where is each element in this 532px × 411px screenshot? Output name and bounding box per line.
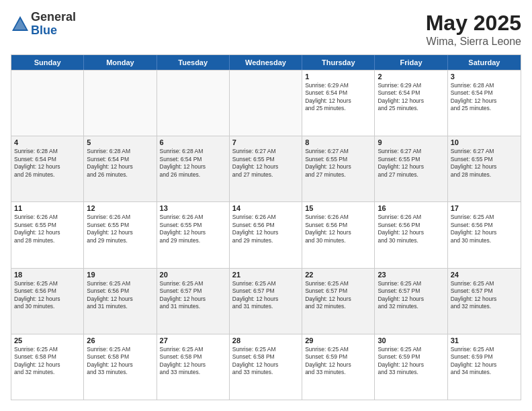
day-number: 12 <box>87 204 153 212</box>
day-cell-17: 17Sunrise: 6:25 AM Sunset: 6:56 PM Dayli… <box>448 202 521 267</box>
day-info: Sunrise: 6:26 AM Sunset: 6:55 PM Dayligh… <box>87 214 153 244</box>
day-cell-27: 27Sunrise: 6:25 AM Sunset: 6:58 PM Dayli… <box>157 334 230 400</box>
day-cell-28: 28Sunrise: 6:25 AM Sunset: 6:58 PM Dayli… <box>230 334 302 400</box>
day-number: 7 <box>232 138 299 146</box>
day-cell-7: 7Sunrise: 6:27 AM Sunset: 6:55 PM Daylig… <box>230 136 302 201</box>
day-info: Sunrise: 6:28 AM Sunset: 6:54 PM Dayligh… <box>87 148 153 179</box>
day-info: Sunrise: 6:26 AM Sunset: 6:56 PM Dayligh… <box>305 214 371 244</box>
empty-cell <box>157 71 230 136</box>
title-location: Wima, Sierra Leone <box>426 36 521 48</box>
day-number: 25 <box>14 336 81 345</box>
day-info: Sunrise: 6:29 AM Sunset: 6:54 PM Dayligh… <box>378 82 444 113</box>
day-number: 6 <box>160 138 226 146</box>
day-cell-5: 5Sunrise: 6:28 AM Sunset: 6:54 PM Daylig… <box>84 136 157 201</box>
day-cell-4: 4Sunrise: 6:28 AM Sunset: 6:54 PM Daylig… <box>11 136 84 201</box>
header: General Blue May 2025 Wima, Sierra Leone <box>11 11 521 48</box>
empty-cell <box>84 71 157 136</box>
day-info: Sunrise: 6:27 AM Sunset: 6:55 PM Dayligh… <box>451 148 518 179</box>
day-info: Sunrise: 6:25 AM Sunset: 6:59 PM Dayligh… <box>305 346 371 377</box>
day-cell-10: 10Sunrise: 6:27 AM Sunset: 6:55 PM Dayli… <box>448 136 521 201</box>
title-month: May 2025 <box>426 11 521 36</box>
calendar-body: 1Sunrise: 6:29 AM Sunset: 6:54 PM Daylig… <box>11 70 521 400</box>
calendar-row-5: 25Sunrise: 6:25 AM Sunset: 6:58 PM Dayli… <box>11 334 521 400</box>
day-info: Sunrise: 6:26 AM Sunset: 6:56 PM Dayligh… <box>378 214 444 244</box>
logo: General Blue <box>11 11 76 38</box>
empty-cell <box>11 71 84 136</box>
day-cell-9: 9Sunrise: 6:27 AM Sunset: 6:55 PM Daylig… <box>375 136 447 201</box>
day-cell-21: 21Sunrise: 6:25 AM Sunset: 6:57 PM Dayli… <box>230 269 302 334</box>
day-number: 21 <box>232 271 299 279</box>
day-number: 9 <box>378 138 444 146</box>
calendar-row-1: 1Sunrise: 6:29 AM Sunset: 6:54 PM Daylig… <box>11 70 521 136</box>
day-number: 23 <box>378 271 444 279</box>
day-cell-16: 16Sunrise: 6:26 AM Sunset: 6:56 PM Dayli… <box>375 202 447 267</box>
day-number: 26 <box>87 336 153 345</box>
day-cell-23: 23Sunrise: 6:25 AM Sunset: 6:57 PM Dayli… <box>375 269 447 334</box>
page: General Blue May 2025 Wima, Sierra Leone… <box>0 0 532 411</box>
day-info: Sunrise: 6:25 AM Sunset: 6:56 PM Dayligh… <box>14 280 81 311</box>
day-info: Sunrise: 6:25 AM Sunset: 6:56 PM Dayligh… <box>451 214 518 244</box>
day-cell-2: 2Sunrise: 6:29 AM Sunset: 6:54 PM Daylig… <box>375 71 447 136</box>
calendar-row-3: 11Sunrise: 6:26 AM Sunset: 6:55 PM Dayli… <box>11 201 521 267</box>
header-day-tuesday: Tuesday <box>157 55 230 70</box>
day-number: 13 <box>160 204 226 212</box>
calendar-row-4: 18Sunrise: 6:25 AM Sunset: 6:56 PM Dayli… <box>11 268 521 334</box>
day-cell-31: 31Sunrise: 6:25 AM Sunset: 6:59 PM Dayli… <box>448 334 521 400</box>
day-info: Sunrise: 6:28 AM Sunset: 6:54 PM Dayligh… <box>14 148 81 179</box>
day-info: Sunrise: 6:25 AM Sunset: 6:58 PM Dayligh… <box>232 346 299 377</box>
day-cell-11: 11Sunrise: 6:26 AM Sunset: 6:55 PM Dayli… <box>11 202 84 267</box>
day-number: 30 <box>378 336 444 345</box>
day-info: Sunrise: 6:26 AM Sunset: 6:56 PM Dayligh… <box>232 214 299 244</box>
day-info: Sunrise: 6:25 AM Sunset: 6:58 PM Dayligh… <box>14 346 81 377</box>
day-cell-24: 24Sunrise: 6:25 AM Sunset: 6:57 PM Dayli… <box>448 269 521 334</box>
day-info: Sunrise: 6:25 AM Sunset: 6:57 PM Dayligh… <box>232 280 299 311</box>
day-cell-25: 25Sunrise: 6:25 AM Sunset: 6:58 PM Dayli… <box>11 334 84 400</box>
day-cell-6: 6Sunrise: 6:28 AM Sunset: 6:54 PM Daylig… <box>157 136 230 201</box>
day-number: 31 <box>451 336 518 345</box>
day-info: Sunrise: 6:25 AM Sunset: 6:58 PM Dayligh… <box>87 346 153 377</box>
day-cell-29: 29Sunrise: 6:25 AM Sunset: 6:59 PM Dayli… <box>302 334 375 400</box>
day-number: 3 <box>451 73 518 81</box>
day-cell-19: 19Sunrise: 6:25 AM Sunset: 6:56 PM Dayli… <box>84 269 157 334</box>
day-cell-8: 8Sunrise: 6:27 AM Sunset: 6:55 PM Daylig… <box>302 136 375 201</box>
day-number: 17 <box>451 204 518 212</box>
day-cell-18: 18Sunrise: 6:25 AM Sunset: 6:56 PM Dayli… <box>11 269 84 334</box>
logo-icon <box>11 15 30 34</box>
day-number: 16 <box>378 204 444 212</box>
day-info: Sunrise: 6:25 AM Sunset: 6:59 PM Dayligh… <box>451 346 518 377</box>
day-number: 24 <box>451 271 518 279</box>
day-number: 29 <box>305 336 371 345</box>
logo-general-text: General <box>31 11 76 24</box>
day-info: Sunrise: 6:25 AM Sunset: 6:56 PM Dayligh… <box>87 280 153 311</box>
day-info: Sunrise: 6:25 AM Sunset: 6:59 PM Dayligh… <box>378 346 444 377</box>
header-day-thursday: Thursday <box>302 55 375 70</box>
header-day-wednesday: Wednesday <box>230 55 302 70</box>
logo-text: General Blue <box>31 11 76 38</box>
day-info: Sunrise: 6:25 AM Sunset: 6:57 PM Dayligh… <box>378 280 444 311</box>
day-number: 22 <box>305 271 371 279</box>
day-number: 27 <box>160 336 226 345</box>
day-info: Sunrise: 6:25 AM Sunset: 6:58 PM Dayligh… <box>160 346 226 377</box>
day-cell-13: 13Sunrise: 6:26 AM Sunset: 6:55 PM Dayli… <box>157 202 230 267</box>
day-number: 8 <box>305 138 371 146</box>
calendar: SundayMondayTuesdayWednesdayThursdayFrid… <box>11 54 521 400</box>
day-number: 1 <box>305 73 371 81</box>
day-info: Sunrise: 6:28 AM Sunset: 6:54 PM Dayligh… <box>160 148 226 179</box>
day-number: 4 <box>14 138 81 146</box>
day-cell-12: 12Sunrise: 6:26 AM Sunset: 6:55 PM Dayli… <box>84 202 157 267</box>
title-block: May 2025 Wima, Sierra Leone <box>426 11 521 48</box>
day-number: 28 <box>232 336 299 345</box>
day-info: Sunrise: 6:27 AM Sunset: 6:55 PM Dayligh… <box>305 148 371 179</box>
day-number: 14 <box>232 204 299 212</box>
day-cell-14: 14Sunrise: 6:26 AM Sunset: 6:56 PM Dayli… <box>230 202 302 267</box>
header-day-saturday: Saturday <box>448 55 521 70</box>
day-cell-30: 30Sunrise: 6:25 AM Sunset: 6:59 PM Dayli… <box>375 334 447 400</box>
day-number: 18 <box>14 271 81 279</box>
day-cell-26: 26Sunrise: 6:25 AM Sunset: 6:58 PM Dayli… <box>84 334 157 400</box>
logo-blue-text: Blue <box>31 24 76 38</box>
day-info: Sunrise: 6:25 AM Sunset: 6:57 PM Dayligh… <box>451 280 518 311</box>
empty-cell <box>230 71 302 136</box>
header-day-monday: Monday <box>84 55 157 70</box>
day-info: Sunrise: 6:29 AM Sunset: 6:54 PM Dayligh… <box>305 82 371 113</box>
day-info: Sunrise: 6:27 AM Sunset: 6:55 PM Dayligh… <box>378 148 444 179</box>
